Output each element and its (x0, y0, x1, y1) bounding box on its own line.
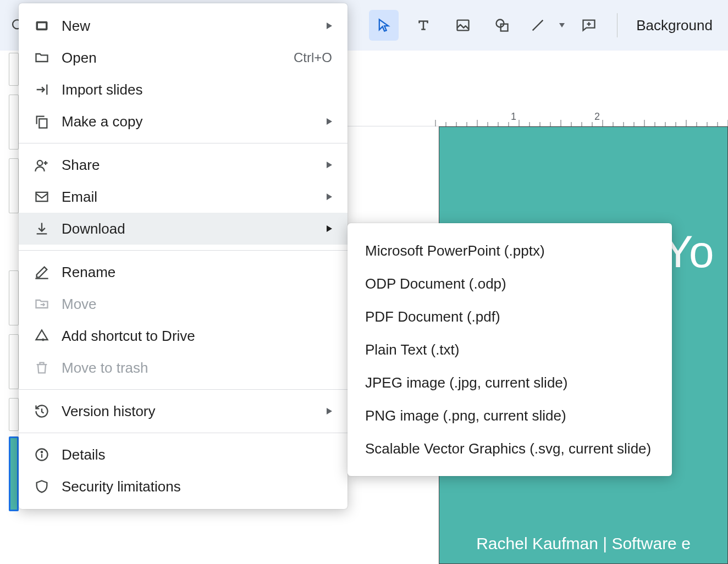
slide-thumbnail[interactable] (9, 95, 19, 150)
download-jpeg[interactable]: JPEG image (.jpg, current slide) (348, 366, 672, 399)
menu-label: Rename (62, 264, 332, 281)
slide-thumbnail[interactable] (9, 270, 19, 325)
svg-point-44 (41, 451, 42, 452)
text-box-tool[interactable] (409, 10, 438, 41)
submenu-arrow-icon (327, 23, 332, 29)
folder-icon (34, 50, 49, 65)
menu-label: Security limitations (62, 478, 332, 495)
select-tool[interactable] (369, 10, 399, 41)
image-tool[interactable] (448, 10, 478, 41)
menu-label: Import slides (62, 81, 332, 98)
menu-make-copy[interactable]: Make a copy (19, 106, 348, 137)
menu-divider (19, 389, 348, 390)
shape-tool[interactable] (488, 10, 517, 41)
copy-icon (34, 114, 49, 129)
shield-icon (34, 479, 49, 494)
menu-details[interactable]: Details (19, 439, 348, 471)
svg-line-5 (533, 20, 543, 31)
line-tool-dropdown[interactable] (559, 23, 565, 27)
menu-label: Download (62, 220, 315, 237)
menu-version-history[interactable]: Version history (19, 395, 348, 427)
download-txt[interactable]: Plain Text (.txt) (348, 333, 672, 366)
menu-shortcut: Ctrl+O (294, 50, 332, 65)
menu-label: Open (62, 49, 282, 67)
download-submenu: Microsoft PowerPoint (.pptx) ODP Documen… (348, 223, 672, 476)
menu-new[interactable]: New (19, 10, 348, 42)
menu-email[interactable]: Email (19, 181, 348, 213)
menu-label: Make a copy (62, 113, 315, 130)
file-menu: New Open Ctrl+O Import slides Make a cop… (19, 3, 348, 509)
menu-label: Add shortcut to Drive (62, 328, 332, 345)
toolbar-separator (617, 13, 617, 37)
comment-tool[interactable] (575, 10, 604, 41)
menu-label: Details (62, 446, 332, 463)
svg-rect-38 (38, 23, 46, 28)
menu-label: Email (62, 189, 315, 206)
menu-import-slides[interactable]: Import slides (19, 74, 348, 106)
svg-point-40 (37, 161, 42, 165)
submenu-arrow-icon (327, 225, 332, 232)
menu-share[interactable]: Share (19, 149, 348, 181)
submenu-arrow-icon (327, 162, 332, 168)
move-icon (34, 296, 49, 312)
new-slide-icon (34, 18, 49, 34)
menu-move: Move (19, 288, 348, 320)
email-icon (34, 189, 49, 204)
menu-add-shortcut[interactable]: Add shortcut to Drive (19, 320, 348, 352)
horizontal-ruler: 1 2 (348, 108, 728, 126)
submenu-arrow-icon (327, 408, 332, 414)
menu-label: New (62, 18, 315, 35)
share-icon (34, 157, 49, 173)
history-icon (34, 403, 49, 419)
line-tool[interactable] (527, 10, 549, 41)
download-icon (34, 221, 49, 236)
background-button[interactable]: Background (631, 17, 718, 34)
slide-footer: Rachel Kaufman | Software e (439, 524, 727, 563)
menu-divider (19, 143, 348, 143)
download-pdf[interactable]: PDF Document (.pdf) (348, 300, 672, 333)
info-icon (34, 447, 49, 462)
submenu-arrow-icon (327, 193, 332, 200)
trash-icon (34, 360, 49, 375)
download-svg[interactable]: Scalable Vector Graphics (.svg, current … (348, 432, 672, 465)
svg-rect-4 (501, 24, 508, 31)
slide-thumbnail[interactable] (9, 398, 19, 431)
thumbnail-strip (9, 51, 19, 564)
menu-divider (19, 250, 348, 251)
menu-security-limitations[interactable]: Security limitations (19, 471, 348, 502)
download-odp[interactable]: ODP Document (.odp) (348, 267, 672, 300)
menu-divider (19, 433, 348, 433)
menu-open[interactable]: Open Ctrl+O (19, 42, 348, 74)
menu-label: Share (62, 157, 315, 174)
svg-rect-41 (36, 192, 48, 201)
menu-move-to-trash: Move to trash (19, 352, 348, 384)
slide-thumbnail[interactable] (9, 53, 19, 86)
svg-rect-39 (39, 119, 47, 128)
menu-rename[interactable]: Rename (19, 256, 348, 288)
import-icon (34, 82, 49, 97)
menu-label: Version history (62, 403, 315, 420)
slide-thumbnail-selected[interactable] (9, 436, 19, 511)
submenu-arrow-icon (327, 118, 332, 125)
slide-thumbnail[interactable] (9, 158, 19, 213)
slide-thumbnail[interactable] (9, 334, 19, 389)
drive-shortcut-icon (34, 328, 49, 344)
rename-icon (34, 264, 49, 280)
menu-label: Move (62, 296, 332, 313)
download-pptx[interactable]: Microsoft PowerPoint (.pptx) (348, 234, 672, 267)
menu-download[interactable]: Download (19, 213, 348, 245)
menu-label: Move to trash (62, 360, 332, 377)
download-png[interactable]: PNG image (.png, current slide) (348, 399, 672, 432)
